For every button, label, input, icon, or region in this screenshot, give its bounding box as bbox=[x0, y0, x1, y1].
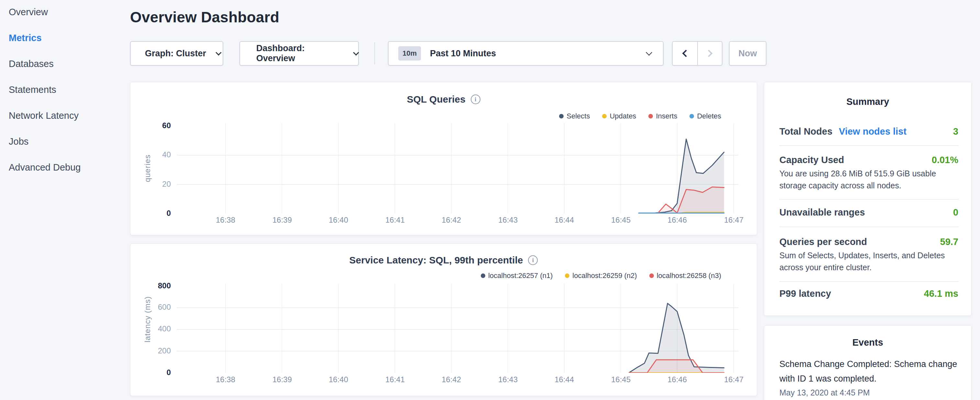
series-dot bbox=[649, 274, 654, 278]
time-range-dropdown[interactable]: 10m Past 10 Minutes bbox=[388, 41, 663, 66]
chevron-down-icon bbox=[215, 49, 221, 55]
divider bbox=[780, 226, 958, 227]
x-tick: 16:46 bbox=[658, 375, 697, 384]
x-tick: 16:38 bbox=[206, 215, 245, 225]
p99-latency-value: 46.1 ms bbox=[924, 288, 958, 299]
dashboard-dropdown[interactable]: Dashboard: Overview bbox=[239, 41, 359, 66]
x-tick: 16:39 bbox=[263, 375, 302, 384]
summary-row-total-nodes: Total Nodes View nodes list 3 bbox=[780, 126, 958, 137]
qps-description: Sum of Selects, Updates, Inserts, and De… bbox=[780, 250, 959, 274]
info-icon[interactable]: i bbox=[528, 255, 538, 265]
chevron-right-icon bbox=[705, 50, 713, 57]
legend-item-deletes[interactable]: Deletes bbox=[689, 112, 721, 120]
unavailable-ranges-value: 0 bbox=[953, 207, 958, 218]
sidebar: Overview Metrics Databases Statements Ne… bbox=[0, 0, 123, 173]
x-tick: 16:43 bbox=[488, 215, 527, 225]
chevron-left-icon bbox=[682, 50, 690, 57]
legend-item-n2[interactable]: localhost:26259 (n2) bbox=[565, 271, 637, 280]
service-latency-plot[interactable] bbox=[177, 284, 738, 373]
time-forward-button[interactable] bbox=[697, 42, 722, 65]
x-tick: 16:43 bbox=[488, 375, 527, 384]
y-tick: 600 bbox=[140, 302, 171, 312]
now-button[interactable]: Now bbox=[729, 41, 767, 66]
x-tick: 16:40 bbox=[319, 215, 358, 225]
info-icon[interactable]: i bbox=[471, 94, 480, 104]
series-dot bbox=[559, 114, 563, 118]
x-tick: 16:45 bbox=[601, 375, 640, 384]
x-tick: 16:46 bbox=[658, 215, 697, 225]
summary-title: Summary bbox=[764, 96, 971, 107]
summary-row-p99-latency: P99 latency 46.1 ms bbox=[780, 288, 958, 299]
x-tick: 16:47 bbox=[714, 215, 753, 225]
y-tick: 0 bbox=[140, 209, 171, 218]
view-nodes-link[interactable]: View nodes list bbox=[839, 126, 907, 137]
total-nodes-value: 3 bbox=[953, 126, 958, 137]
series-dot bbox=[602, 114, 607, 118]
sidebar-item-network-latency[interactable]: Network Latency bbox=[9, 110, 123, 121]
events-title: Events bbox=[764, 337, 971, 348]
legend-item-updates[interactable]: Updates bbox=[602, 112, 636, 120]
chart-title: Service Latency: SQL, 99th percentile bbox=[349, 255, 523, 266]
time-range-badge: 10m bbox=[398, 46, 421, 61]
sidebar-item-statements[interactable]: Statements bbox=[9, 84, 123, 95]
event-message[interactable]: Schema Change Completed: Schema change w… bbox=[780, 357, 958, 386]
y-tick: 0 bbox=[140, 368, 171, 377]
x-tick: 16:44 bbox=[545, 215, 584, 225]
events-panel: Events Schema Change Completed: Schema c… bbox=[764, 325, 972, 400]
summary-row-qps: Queries per second 59.7 bbox=[780, 237, 958, 247]
y-tick: 400 bbox=[140, 324, 171, 334]
summary-row-unavailable-ranges: Unavailable ranges 0 bbox=[780, 207, 958, 218]
x-tick: 16:41 bbox=[375, 215, 414, 225]
chart-title: SQL Queries bbox=[407, 94, 465, 105]
x-tick: 16:40 bbox=[319, 375, 358, 384]
x-tick: 16:42 bbox=[432, 375, 471, 384]
sidebar-item-advanced-debug[interactable]: Advanced Debug bbox=[9, 162, 123, 173]
y-tick: 20 bbox=[140, 179, 171, 189]
sidebar-item-metrics[interactable]: Metrics bbox=[9, 32, 123, 43]
legend-item-selects[interactable]: Selects bbox=[559, 112, 590, 120]
series-dot bbox=[689, 114, 694, 118]
chart-legend: Selects Updates Inserts Deletes bbox=[559, 112, 721, 120]
time-pager bbox=[672, 41, 722, 66]
x-tick: 16:42 bbox=[432, 215, 471, 225]
sidebar-item-overview[interactable]: Overview bbox=[9, 6, 123, 18]
sidebar-item-databases[interactable]: Databases bbox=[9, 58, 123, 69]
legend-item-inserts[interactable]: Inserts bbox=[648, 112, 677, 120]
x-tick: 16:41 bbox=[375, 375, 414, 384]
page-title: Overview Dashboard bbox=[130, 8, 279, 26]
chart-legend: localhost:26257 (n1) localhost:26259 (n2… bbox=[481, 271, 721, 280]
legend-item-n3[interactable]: localhost:26258 (n3) bbox=[649, 271, 721, 280]
sql-queries-plot[interactable] bbox=[177, 123, 738, 214]
summary-panel: Summary Total Nodes View nodes list 3 Ca… bbox=[764, 82, 972, 316]
series-dot bbox=[481, 274, 485, 278]
x-tick: 16:45 bbox=[601, 215, 640, 225]
divider bbox=[780, 281, 958, 282]
y-tick: 200 bbox=[140, 346, 171, 356]
x-tick: 16:44 bbox=[545, 375, 584, 384]
x-tick: 16:47 bbox=[714, 375, 753, 384]
chevron-down-icon bbox=[353, 49, 359, 55]
graph-dropdown-label: Graph: Cluster bbox=[145, 49, 206, 59]
time-back-button[interactable] bbox=[673, 42, 697, 65]
y-tick: 60 bbox=[140, 121, 171, 131]
y-tick: 800 bbox=[140, 281, 171, 291]
divider bbox=[780, 199, 958, 200]
service-latency-chart-card: Service Latency: SQL, 99th percentile i … bbox=[130, 243, 757, 396]
chevron-down-icon bbox=[646, 49, 652, 56]
x-tick: 16:39 bbox=[263, 215, 302, 225]
qps-value: 59.7 bbox=[940, 237, 958, 247]
y-tick: 40 bbox=[140, 150, 171, 159]
series-dot bbox=[648, 114, 653, 118]
graph-dropdown[interactable]: Graph: Cluster bbox=[130, 41, 223, 66]
controls-divider bbox=[374, 42, 375, 64]
legend-item-n1[interactable]: localhost:26257 (n1) bbox=[481, 271, 553, 280]
summary-row-capacity-used: Capacity Used 0.01% bbox=[780, 155, 958, 166]
capacity-used-description: You are using 28.6 MiB of 515.9 GiB usab… bbox=[780, 167, 959, 191]
time-range-label: Past 10 Minutes bbox=[430, 49, 496, 59]
dashboard-dropdown-label: Dashboard: Overview bbox=[256, 43, 342, 64]
divider bbox=[780, 145, 958, 146]
sidebar-item-jobs[interactable]: Jobs bbox=[9, 136, 123, 147]
db-console-screen: Overview Metrics Databases Statements Ne… bbox=[0, 0, 980, 400]
capacity-used-value: 0.01% bbox=[932, 155, 958, 166]
series-dot bbox=[565, 274, 570, 278]
